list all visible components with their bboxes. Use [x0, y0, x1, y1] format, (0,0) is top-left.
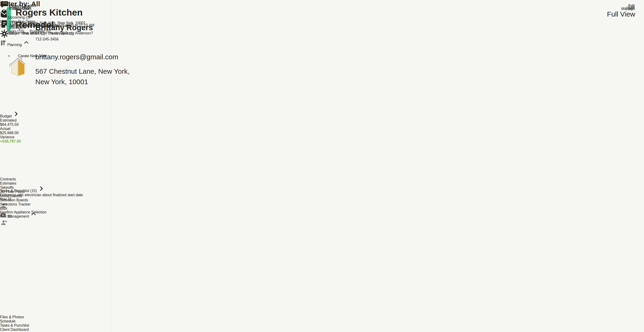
sidebar-item-schedule[interactable]: Schedule	[0, 319, 111, 324]
collaborators-title: Collaborators	[9, 7, 32, 11]
sidebar: Rogers Kitchen Remodel	[0, 0, 111, 332]
sidebar-item-tasks-punchlist[interactable]: Tasks & Punchlist	[0, 324, 111, 328]
project-dashboard: Rogers Kitchen Remodel	[0, 0, 644, 332]
chat-last-message: Do we have an ETA on the tile, @Tracy An…	[9, 31, 140, 35]
budget-full-view-link[interactable]: Full View	[607, 10, 635, 18]
sidebar-section-label: Planning	[7, 43, 22, 47]
sidebar-item-estimates[interactable]: Estimates	[0, 181, 111, 186]
management-indent-guide	[0, 218, 111, 315]
client-email[interactable]: brittany.rogers@gmail.com	[35, 53, 118, 61]
ruler-tools-icon	[0, 43, 7, 47]
sidebar-item-3d-floor-plans[interactable]: 3D Floor Plans	[0, 190, 111, 194]
planning-items: Contracts Estimates Takeoffs 3D Floor Pl…	[0, 177, 111, 211]
sidebar-section-label: Management	[7, 214, 29, 218]
client-phone: 712-245-3456	[35, 37, 58, 42]
collaborators-group-label: Managers	[9, 26, 26, 30]
client-address: 567 Chestnut Lane, New York, New York, 1…	[35, 66, 140, 87]
chevron-up-icon[interactable]	[23, 43, 30, 47]
management-items: Files & Photos Schedule Tasks & Punchlis…	[0, 315, 111, 332]
sidebar-item-selections-tracker[interactable]: Selections Tracker	[0, 202, 111, 206]
upcoming-title: Upcoming (3)	[8, 15, 30, 20]
sidebar-item-bids[interactable]: Bids	[0, 206, 111, 211]
collaborators-manage-button[interactable]: Manage	[621, 7, 635, 11]
sidebar-item-mood-boards[interactable]: Mood Boards	[0, 194, 111, 198]
sidebar-section-management[interactable]: 31 Management	[0, 211, 111, 218]
sidebar-item-selection-boards[interactable]: Selection Boards	[0, 198, 111, 202]
calendar-31-icon: 31	[0, 214, 7, 218]
sidebar-item-contracts[interactable]: Contracts	[0, 177, 111, 181]
sidebar-item-client-dashboard[interactable]: Client Dashboard	[0, 328, 111, 332]
sidebar-item-takeoffs[interactable]: Takeoffs	[0, 186, 111, 190]
house-icon	[8, 54, 26, 78]
svg-text:31: 31	[2, 214, 4, 216]
sidebar-item-files-photos[interactable]: Files & Photos	[0, 315, 111, 319]
chevron-up-icon[interactable]	[30, 214, 37, 218]
